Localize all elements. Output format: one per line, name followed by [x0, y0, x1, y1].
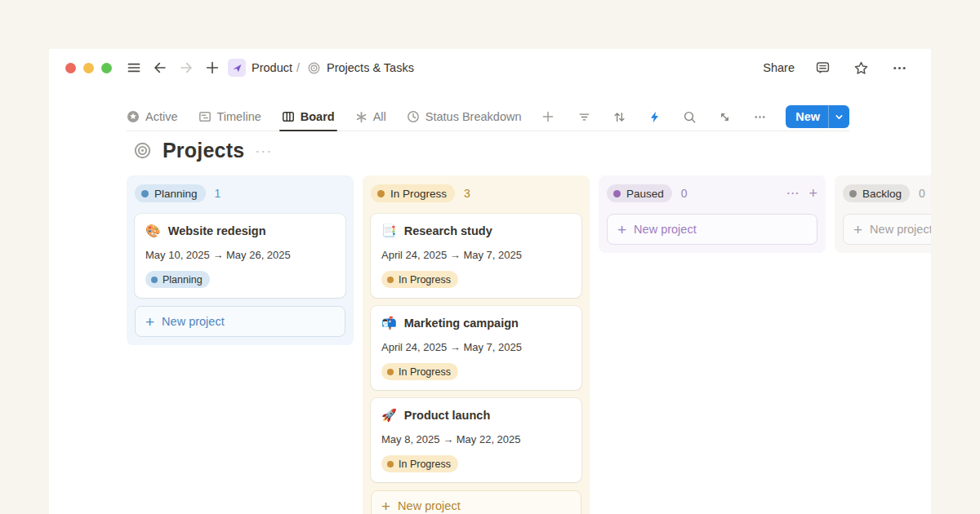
- status-label: In Progress: [399, 274, 451, 286]
- plus-icon: +: [617, 222, 626, 237]
- card-emoji-icon: 📬: [381, 316, 397, 330]
- sidebar-menu-icon[interactable]: [123, 57, 145, 78]
- board-column-paused: Paused0⋯++New project: [599, 175, 826, 253]
- status-dot: [387, 277, 394, 283]
- project-card-website-redesign[interactable]: 🎨Website redesignMay 10, 2025 → May 26, …: [135, 214, 345, 298]
- status-label: In Progress: [390, 188, 447, 200]
- close-window-button[interactable]: [65, 63, 76, 73]
- zoom-window-button[interactable]: [101, 63, 112, 73]
- tab-active[interactable]: Active: [127, 103, 178, 131]
- column-add-icon[interactable]: +: [808, 187, 817, 200]
- back-icon[interactable]: [149, 57, 171, 78]
- new-tab-plus-icon[interactable]: [202, 57, 223, 78]
- column-header: Paused0⋯+: [607, 184, 817, 203]
- project-card-product-launch[interactable]: 🚀Product launchMay 8, 2025 → May 22, 202…: [371, 398, 581, 482]
- card-status-row: In Progress: [381, 271, 572, 288]
- page-title-target-icon: [133, 141, 152, 160]
- board-column-in-progress: In Progress3📑Research studyApril 24, 202…: [363, 175, 590, 514]
- card-status-row: In Progress: [381, 363, 572, 380]
- status-pill-planning[interactable]: Planning: [135, 184, 206, 202]
- filter-icon[interactable]: [573, 106, 595, 127]
- new-project-button[interactable]: +New project: [371, 490, 581, 514]
- status-dot: [141, 190, 149, 197]
- board-column-planning: Planning1🎨Website redesignMay 10, 2025 →…: [127, 175, 354, 345]
- page-title-more-icon[interactable]: ···: [255, 147, 272, 155]
- column-more-icon[interactable]: ⋯: [786, 187, 799, 200]
- app-window: Product / Projects & Tasks Share Active: [49, 49, 931, 514]
- card-title: Marketing campaign: [404, 317, 519, 330]
- comments-icon[interactable]: [812, 57, 833, 78]
- card-status-row: In Progress: [381, 455, 572, 472]
- expand-icon[interactable]: [714, 106, 735, 127]
- plus-icon: +: [381, 498, 390, 514]
- new-project-button[interactable]: +New project: [135, 306, 345, 337]
- project-card-research-study[interactable]: 📑Research studyApril 24, 2025 → May 7, 2…: [371, 214, 581, 298]
- card-title-row: 📑Research study: [381, 224, 572, 238]
- titlebar: Product / Projects & Tasks Share: [49, 49, 931, 86]
- titlebar-actions: Share: [763, 57, 910, 78]
- status-dot: [151, 277, 158, 283]
- new-project-button[interactable]: +New project: [607, 214, 817, 245]
- automations-bolt-icon[interactable]: [644, 106, 665, 127]
- card-emoji-icon: 🚀: [381, 408, 397, 423]
- status-dot: [613, 190, 621, 197]
- forward-icon[interactable]: [176, 57, 197, 78]
- new-project-label: New project: [870, 223, 931, 236]
- new-project-button[interactable]: +New project: [843, 214, 931, 245]
- clock-icon: [407, 110, 420, 123]
- status-pill-paused[interactable]: Paused: [607, 184, 672, 202]
- breadcrumb-workspace[interactable]: Product: [252, 61, 292, 74]
- minimize-window-button[interactable]: [83, 63, 94, 73]
- favorite-star-icon[interactable]: [850, 57, 871, 78]
- new-project-label: New project: [398, 499, 461, 512]
- view-tabs: Active Timeline Board All Status Breakdo…: [127, 103, 555, 131]
- column-header: In Progress3: [371, 184, 581, 203]
- view-actions: New: [573, 105, 849, 128]
- project-card-marketing-campaign[interactable]: 📬Marketing campaignApril 24, 2025 → May …: [371, 306, 581, 390]
- asterisk-icon: [355, 111, 368, 123]
- workspace-logo-icon[interactable]: [228, 59, 246, 77]
- tab-status-breakdown[interactable]: Status Breakdown: [407, 103, 522, 131]
- view-more-icon[interactable]: [749, 106, 770, 127]
- new-dropdown-chevron-icon[interactable]: [828, 105, 849, 128]
- column-count: 0: [919, 187, 925, 200]
- card-date-range: April 24, 2025 → May 7, 2025: [381, 249, 572, 261]
- add-view-button[interactable]: [541, 103, 555, 131]
- card-emoji-icon: 🎨: [145, 224, 161, 238]
- tab-board[interactable]: Board: [282, 103, 335, 131]
- status-pill-in-progress[interactable]: In Progress: [371, 184, 455, 202]
- board-column-backlog: Backlog0+New project: [835, 175, 931, 253]
- card-title: Research study: [404, 224, 492, 237]
- kanban-board: Planning1🎨Website redesignMay 10, 2025 →…: [127, 175, 931, 514]
- search-icon[interactable]: [679, 106, 700, 127]
- tab-all[interactable]: All: [355, 103, 386, 131]
- card-date-range: May 10, 2025 → May 26, 2025: [145, 249, 336, 261]
- card-status-badge: In Progress: [381, 271, 458, 288]
- column-actions: ⋯+: [786, 187, 817, 200]
- column-count: 0: [681, 187, 688, 200]
- status-dot: [387, 461, 394, 467]
- status-label: In Progress: [399, 459, 451, 470]
- new-project-label: New project: [162, 315, 225, 328]
- status-dot: [849, 190, 857, 197]
- breadcrumb-page[interactable]: Projects & Tasks: [327, 61, 414, 74]
- status-pill-backlog[interactable]: Backlog: [843, 184, 910, 202]
- card-status-badge: In Progress: [381, 363, 458, 380]
- plus-icon: +: [145, 314, 154, 330]
- sort-icon[interactable]: [608, 106, 630, 127]
- column-header: Backlog0: [843, 184, 931, 203]
- plus-icon: [541, 110, 555, 123]
- status-label: In Progress: [399, 366, 451, 378]
- card-title-row: 🎨Website redesign: [145, 224, 336, 238]
- more-options-icon[interactable]: [889, 57, 910, 78]
- page-title[interactable]: Projects: [163, 139, 244, 162]
- card-status-row: Planning: [145, 271, 336, 288]
- page-target-icon: [307, 61, 321, 75]
- new-button[interactable]: New: [786, 105, 849, 128]
- card-status-badge: Planning: [145, 271, 210, 288]
- tab-timeline[interactable]: Timeline: [198, 103, 261, 131]
- share-button[interactable]: Share: [763, 61, 795, 74]
- card-status-badge: In Progress: [381, 455, 458, 472]
- column-count: 1: [215, 187, 221, 200]
- status-dot: [387, 369, 394, 375]
